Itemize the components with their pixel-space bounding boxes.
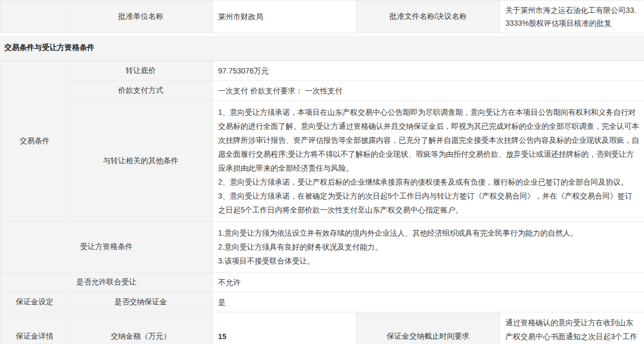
deposit-amount-value: 15 (213, 312, 357, 344)
table-row: 是否允许联合受让 不允许 (1, 273, 644, 292)
deposit-required-label: 是否交纳保证金 (69, 292, 213, 312)
approval-doc-label: 批准文件名称/决议名称 (357, 1, 500, 33)
empty-group-cell (1, 1, 69, 33)
table-row: 交易条件 转让底价 97.753076万元 (1, 61, 644, 81)
approval-unit-value: 莱州市财政局 (213, 1, 357, 33)
deposit-deadline-value: 通过资格确认的意向受让方在收到山东产权交易中心书面通知之次日起3个工作日内交纳 (500, 312, 644, 344)
deposit-required-value: 是 (213, 292, 644, 312)
joint-transfer-value: 不允许 (213, 273, 644, 292)
approval-doc-value: 关于莱州市海之运石油化工有限公司33.3333%股权评估项目核准的批复 (500, 1, 644, 33)
qualification-label: 受让方资格条件 (1, 222, 213, 273)
deposit-deadline-label: 保证金交纳截止时间要求 (357, 312, 500, 344)
section-title: 交易条件与受让方资格条件 (0, 35, 644, 61)
other-conditions-value: 1、意向受让方须承诺，本项目在山东产权交易中心公告期即为尽职调查期，意向受让方在… (213, 101, 644, 222)
table-row: 价款支付方式 一次支付 价款支付要求： 一次性支付 (1, 81, 644, 101)
deposit-detail-group-label: 保证金详情 (1, 312, 69, 344)
trade-conditions-group-label: 交易条件 (1, 61, 69, 222)
table-row: 保证金设定 是否交纳保证金 是 (1, 292, 644, 312)
table-row: 与转让相关的其他条件 1、意向受让方须承诺，本项目在山东产权交易中心公告期即为尽… (1, 101, 644, 222)
table-row: 受让方资格条件 1.意向受让方须为依法设立并有效存续的境内外企业法人、其他经济组… (1, 222, 644, 273)
floor-price-label: 转让底价 (69, 61, 213, 81)
deposit-setting-group-label: 保证金设定 (1, 292, 69, 312)
qualification-value: 1.意向受让方须为依法设立并有效存续的境内外企业法人、其他经济组织或具有完全民事… (213, 222, 644, 273)
conditions-table: 交易条件 转让底价 97.753076万元 价款支付方式 一次支付 价款支付要求… (0, 61, 644, 344)
joint-transfer-label: 是否允许联合受让 (1, 273, 213, 292)
approval-unit-label: 批准单位名称 (69, 1, 213, 33)
floor-price-value: 97.753076万元 (213, 61, 644, 81)
other-conditions-label: 与转让相关的其他条件 (69, 101, 213, 222)
table-row: 批准单位名称 莱州市财政局 批准文件名称/决议名称 关于莱州市海之运石油化工有限… (1, 1, 644, 33)
approval-table: 批准单位名称 莱州市财政局 批准文件名称/决议名称 关于莱州市海之运石油化工有限… (0, 0, 644, 33)
payment-method-value: 一次支付 价款支付要求： 一次性支付 (213, 81, 644, 101)
deposit-amount-label: 交纳金额（万元） (69, 312, 213, 344)
payment-method-label: 价款支付方式 (69, 81, 213, 101)
table-row: 保证金详情 交纳金额（万元） 15 保证金交纳截止时间要求 通过资格确认的意向受… (1, 312, 644, 344)
